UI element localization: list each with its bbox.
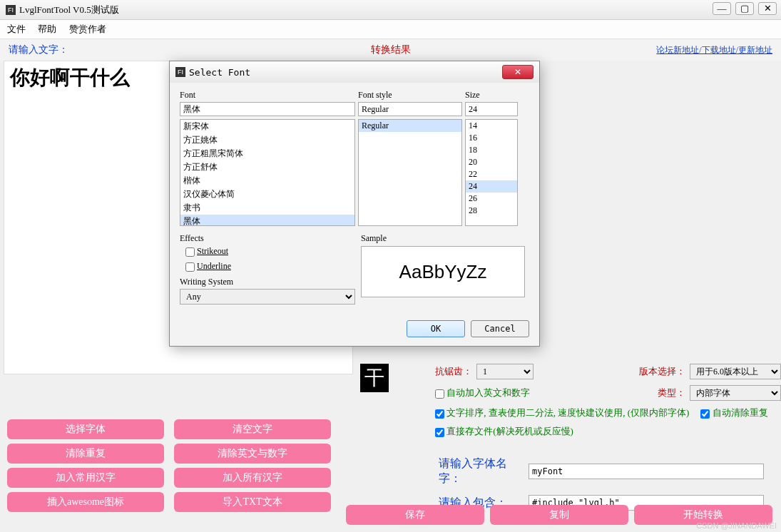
- window-title: LvglFontTool V0.5测试版: [19, 4, 119, 16]
- font-col-label: Font: [180, 90, 358, 101]
- main-title-bar: FI LvglFontTool V0.5测试版 — ▢ ✕: [0, 0, 781, 20]
- clear-latin-button[interactable]: 清除英文与数字: [174, 444, 331, 464]
- list-item[interactable]: 楷体: [180, 174, 354, 188]
- list-item[interactable]: 18: [466, 144, 517, 156]
- all-hanzi-button[interactable]: 加入所有汉字: [174, 468, 331, 488]
- list-item[interactable]: 方正姚体: [180, 133, 354, 147]
- list-item[interactable]: 方正舒体: [180, 160, 354, 174]
- list-item[interactable]: 新宋体: [180, 120, 354, 133]
- list-item[interactable]: 24: [466, 180, 517, 193]
- sample-preview: AaBbYyZz: [361, 246, 525, 297]
- result-label: 转换结果: [371, 44, 411, 56]
- list-item[interactable]: 黑体: [180, 215, 354, 226]
- font-name-input[interactable]: [529, 464, 764, 479]
- clear-text-button[interactable]: 清空文字: [174, 419, 331, 439]
- window-controls: — ▢ ✕: [713, 2, 777, 15]
- select-font-button[interactable]: 选择字体: [7, 419, 164, 439]
- close-button[interactable]: ✕: [758, 2, 777, 15]
- glyph-preview: 干: [360, 364, 389, 392]
- menu-bar: 文件 帮助 赞赏作者: [0, 20, 781, 39]
- menu-help[interactable]: 帮助: [38, 24, 56, 34]
- strikeout-check[interactable]: Strikeout: [185, 246, 228, 256]
- cancel-button[interactable]: Cancel: [471, 320, 529, 337]
- list-item[interactable]: 隶书: [180, 201, 354, 215]
- dedup-button[interactable]: 清除重复: [7, 444, 164, 464]
- style-col-label: Font style: [358, 90, 465, 101]
- size-col-label: Size: [465, 90, 515, 101]
- type-select[interactable]: 内部字体: [690, 385, 781, 401]
- app-icon: FI: [6, 5, 16, 15]
- menu-sponsor[interactable]: 赞赏作者: [69, 24, 106, 34]
- menu-file[interactable]: 文件: [7, 24, 26, 34]
- settings-panel: 抗锯齿： 1 版本选择： 用于6.0版本以上 自动加入英文和数字 类型： 内部字…: [435, 364, 781, 444]
- list-item[interactable]: 汉仪菱心体简: [180, 188, 354, 201]
- save-button[interactable]: 保存: [346, 505, 484, 525]
- list-item[interactable]: 22: [466, 168, 517, 180]
- font-input[interactable]: [180, 102, 355, 116]
- size-input[interactable]: [465, 102, 518, 116]
- direct-save-check[interactable]: 直接存文件(解决死机或反应慢): [435, 425, 573, 438]
- antialias-label: 抗锯齿：: [435, 365, 472, 378]
- dialog-body: Font Font style Size 新宋体方正姚体方正粗黑宋简体方正舒体楷…: [170, 83, 539, 312]
- common-hanzi-button[interactable]: 加入常用汉字: [7, 468, 164, 488]
- watermark: CSDN @JINANDAWEI: [696, 521, 777, 530]
- font-listbox[interactable]: 新宋体方正姚体方正粗黑宋简体方正舒体楷体汉仪菱心体简隶书黑体: [180, 119, 355, 226]
- list-item[interactable]: 26: [466, 193, 517, 205]
- forum-links[interactable]: 论坛新地址/下载地址/更新地址: [656, 44, 772, 56]
- dialog-icon: FI: [175, 67, 185, 77]
- writing-system-label: Writing System: [180, 277, 355, 287]
- version-select[interactable]: 用于6.0版本以上: [690, 364, 781, 379]
- dialog-title-bar: FI Select Font ✕: [170, 61, 539, 83]
- type-label: 类型：: [658, 387, 685, 399]
- copy-button[interactable]: 复制: [490, 505, 628, 525]
- antialias-select[interactable]: 1: [476, 364, 534, 379]
- maximize-button[interactable]: ▢: [735, 2, 754, 15]
- version-label: 版本选择：: [639, 365, 685, 378]
- input-label: 请输入文字：: [9, 44, 68, 56]
- minimize-button[interactable]: —: [713, 2, 731, 15]
- writing-system-select[interactable]: Any: [180, 289, 355, 305]
- sample-label: Sample: [361, 233, 525, 244]
- import-txt-button[interactable]: 导入TXT文本: [174, 492, 331, 512]
- font-name-label: 请输入字体名字：: [439, 456, 524, 486]
- awesome-button[interactable]: 插入awesome图标: [7, 492, 164, 512]
- style-input[interactable]: [358, 102, 462, 116]
- action-buttons: 选择字体 清空文字 清除重复 清除英文与数字 加入常用汉字 加入所有汉字 插入a…: [7, 419, 331, 512]
- effects-label: Effects: [180, 233, 355, 244]
- dialog-close-button[interactable]: ✕: [502, 65, 534, 79]
- style-listbox[interactable]: Regular: [358, 119, 462, 226]
- list-item[interactable]: 16: [466, 132, 517, 144]
- auto-latin-check[interactable]: 自动加入英文和数字: [435, 387, 530, 399]
- ok-button[interactable]: OK: [407, 320, 465, 337]
- auto-dedup-check[interactable]: 自动清除重复: [700, 406, 767, 419]
- dialog-buttons: OK Cancel: [170, 312, 539, 346]
- dialog-title: Select Font: [189, 67, 250, 78]
- list-item[interactable]: 28: [466, 205, 517, 217]
- list-item[interactable]: 20: [466, 156, 517, 168]
- list-item[interactable]: 方正粗黑宋简体: [180, 147, 354, 160]
- list-item[interactable]: 14: [466, 120, 517, 132]
- select-font-dialog: FI Select Font ✕ Font Font style Size 新宋…: [169, 61, 540, 347]
- underline-check[interactable]: Underline: [185, 261, 231, 271]
- size-listbox[interactable]: 1416182022242628: [465, 119, 518, 226]
- top-labels: 请输入文字： 转换结果 论坛新地址/下载地址/更新地址: [0, 39, 781, 61]
- binary-sort-check[interactable]: 文字排序, 查表使用二分法, 速度快建议使用, (仅限内部字体): [435, 406, 689, 419]
- list-item[interactable]: Regular: [359, 120, 461, 132]
